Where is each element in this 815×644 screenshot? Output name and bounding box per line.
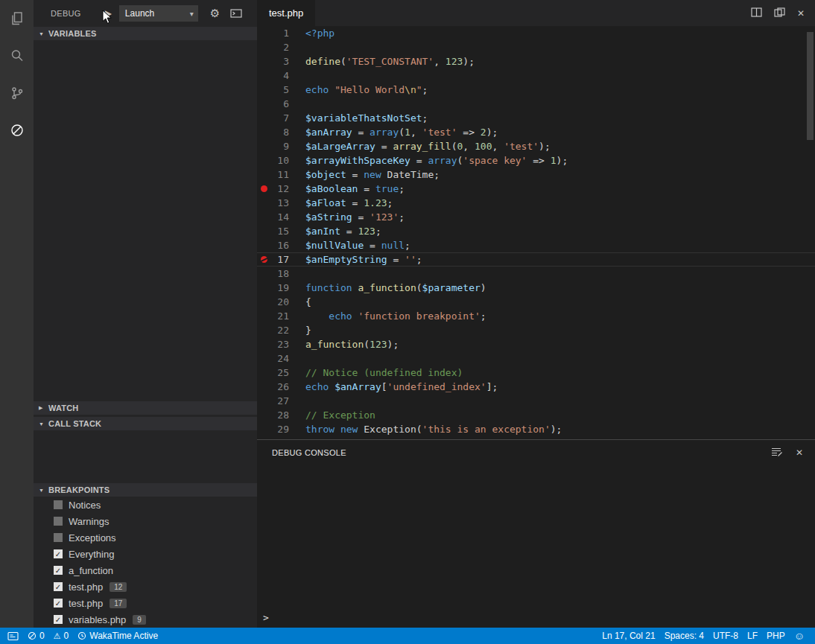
line-number[interactable]: 2 — [270, 40, 289, 54]
line-number[interactable]: 1 — [270, 26, 289, 40]
breakpoint-gutter[interactable] — [257, 224, 270, 238]
code-text[interactable]: $arrayWithSpaceKey = array('space key' =… — [289, 153, 568, 168]
code-text[interactable]: $anEmptyString = ''; — [289, 252, 422, 267]
line-number[interactable]: 28 — [270, 408, 289, 422]
line-number[interactable]: 17 — [270, 252, 289, 267]
error-count[interactable]: 0 — [23, 628, 49, 644]
breakpoint-row[interactable]: Warnings — [34, 513, 257, 529]
breakpoint-gutter[interactable] — [257, 40, 270, 54]
code-text[interactable]: echo $anArray['undefined_index']; — [289, 380, 498, 394]
breakpoint-checkbox[interactable] — [54, 517, 63, 526]
status-app-icon[interactable] — [3, 628, 23, 644]
start-debug-button[interactable]: ▶ — [105, 8, 112, 19]
clear-console-icon[interactable] — [770, 446, 782, 460]
code-text[interactable]: } — [289, 323, 311, 337]
breakpoint-row[interactable]: ✓a_function — [34, 562, 257, 578]
breakpoint-gutter[interactable] — [257, 238, 270, 252]
line-number[interactable]: 3 — [270, 54, 289, 68]
code-text[interactable]: echo 'function breakpoint'; — [289, 309, 486, 323]
source-control-icon[interactable] — [0, 74, 34, 112]
code-text[interactable]: // Notice (undefined index) — [289, 366, 463, 380]
breakpoint-gutter[interactable] — [257, 309, 270, 323]
code-text[interactable]: $aString = '123'; — [289, 210, 405, 224]
breakpoint-dot[interactable] — [261, 256, 267, 263]
breakpoint-gutter[interactable] — [257, 210, 270, 224]
line-number[interactable]: 29 — [270, 422, 289, 436]
line-number[interactable]: 8 — [270, 125, 289, 139]
breakpoint-gutter[interactable] — [257, 380, 270, 394]
line-number[interactable]: 6 — [270, 97, 289, 111]
breakpoint-gutter[interactable] — [257, 337, 270, 351]
breakpoint-gutter[interactable] — [257, 323, 270, 337]
code-text[interactable] — [289, 97, 305, 111]
breakpoint-gutter[interactable] — [257, 394, 270, 408]
breakpoint-gutter[interactable] — [257, 125, 270, 139]
line-number[interactable]: 26 — [270, 380, 289, 394]
breakpoint-gutter[interactable] — [257, 267, 270, 281]
breakpoint-gutter[interactable] — [257, 295, 270, 309]
line-number[interactable]: 9 — [270, 139, 289, 153]
code-text[interactable] — [289, 40, 305, 54]
line-number[interactable]: 7 — [270, 111, 289, 125]
breakpoint-gutter[interactable] — [257, 97, 270, 111]
breakpoint-gutter[interactable] — [257, 366, 270, 380]
code-text[interactable]: $anInt = 123; — [289, 224, 381, 238]
breakpoint-gutter[interactable] — [257, 111, 270, 125]
feedback-smiley-icon[interactable]: ☺ — [790, 628, 809, 644]
code-text[interactable]: { — [289, 295, 311, 309]
line-number[interactable]: 27 — [270, 394, 289, 408]
breakpoint-gutter[interactable] — [257, 26, 270, 40]
breakpoint-checkbox[interactable]: ✓ — [54, 582, 63, 591]
line-number[interactable]: 16 — [270, 238, 289, 252]
code-text[interactable]: define('TEST_CONSTANT', 123); — [289, 54, 475, 68]
code-text[interactable]: echo "Hello World\n"; — [289, 83, 428, 97]
breakpoint-gutter[interactable] — [257, 408, 270, 422]
code-text[interactable] — [289, 394, 305, 408]
breakpoint-checkbox[interactable] — [54, 500, 63, 509]
editor-scrollbar[interactable] — [807, 32, 814, 140]
explorer-icon[interactable] — [0, 0, 34, 37]
line-number[interactable]: 23 — [270, 337, 289, 351]
breakpoint-gutter[interactable] — [257, 153, 270, 168]
breakpoint-gutter[interactable] — [257, 54, 270, 68]
gear-icon[interactable]: ⚙ — [210, 7, 220, 20]
code-text[interactable]: $aFloat = 1.23; — [289, 196, 393, 210]
section-header-variables[interactable]: ▼ VARIABLES — [34, 27, 257, 40]
line-number[interactable]: 15 — [270, 224, 289, 238]
breakpoint-row[interactable]: ✓test.php12 — [34, 578, 257, 595]
split-editor-icon[interactable] — [751, 7, 762, 20]
breakpoint-checkbox[interactable]: ✓ — [54, 599, 63, 608]
wakatime-status[interactable]: WakaTime Active — [73, 628, 162, 644]
breakpoint-gutter[interactable] — [257, 196, 270, 210]
breakpoint-gutter[interactable] — [257, 168, 270, 182]
breakpoint-row[interactable]: Exceptions — [34, 529, 257, 546]
code-text[interactable] — [289, 351, 305, 366]
breakpoint-checkbox[interactable]: ✓ — [54, 566, 63, 575]
line-number[interactable]: 5 — [270, 83, 289, 97]
code-text[interactable]: a_function(123); — [289, 337, 399, 351]
breakpoint-row[interactable]: ✓Everything — [34, 546, 257, 562]
open-preview-icon[interactable] — [774, 7, 785, 20]
section-header-watch[interactable]: ▶ WATCH — [34, 401, 257, 415]
line-number[interactable]: 25 — [270, 366, 289, 380]
line-number[interactable]: 18 — [270, 267, 289, 281]
breakpoint-gutter[interactable] — [257, 68, 270, 83]
cursor-position[interactable]: Ln 17, Col 21 — [597, 628, 659, 644]
close-editor-icon[interactable]: ✕ — [797, 8, 805, 19]
breakpoint-gutter[interactable] — [257, 422, 270, 436]
code-text[interactable]: $aBoolean = true; — [289, 182, 405, 196]
line-number[interactable]: 22 — [270, 323, 289, 337]
line-number[interactable]: 12 — [270, 182, 289, 196]
code-text[interactable] — [289, 68, 305, 83]
breakpoint-checkbox[interactable]: ✓ — [54, 615, 63, 624]
breakpoint-gutter[interactable] — [257, 281, 270, 295]
breakpoint-row[interactable]: ✓variables.php9 — [34, 611, 257, 628]
eol-sequence[interactable]: LF — [743, 628, 762, 644]
breakpoint-checkbox[interactable] — [54, 533, 63, 542]
section-header-call-stack[interactable]: ▼ CALL STACK — [34, 417, 257, 430]
line-number[interactable]: 19 — [270, 281, 289, 295]
breakpoint-gutter[interactable] — [257, 182, 270, 196]
line-number[interactable]: 20 — [270, 295, 289, 309]
breakpoint-checkbox[interactable]: ✓ — [54, 549, 63, 558]
line-number[interactable]: 11 — [270, 168, 289, 182]
